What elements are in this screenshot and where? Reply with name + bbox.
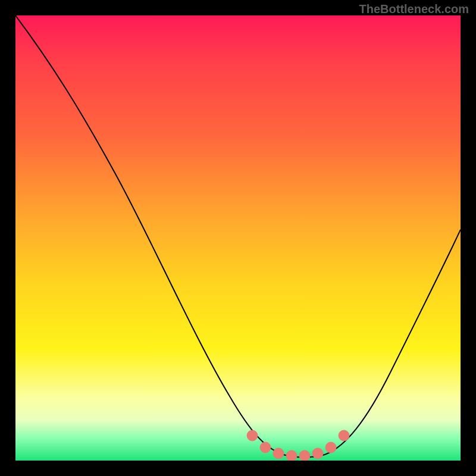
- curve-path: [15, 15, 461, 458]
- watermark: TheBottleneck.com: [359, 2, 469, 16]
- svg-point-7: [339, 430, 349, 441]
- svg-point-2: [273, 448, 284, 459]
- svg-point-0: [247, 430, 258, 441]
- chart-frame: TheBottleneck.com: [0, 0, 476, 476]
- optimal-zone-markers: [247, 430, 349, 461]
- svg-point-3: [286, 450, 297, 461]
- svg-point-1: [260, 442, 271, 453]
- bottleneck-curve: [15, 15, 461, 461]
- svg-point-5: [312, 448, 323, 459]
- svg-point-6: [325, 442, 336, 453]
- plot-area: [15, 15, 461, 461]
- svg-point-4: [299, 450, 310, 461]
